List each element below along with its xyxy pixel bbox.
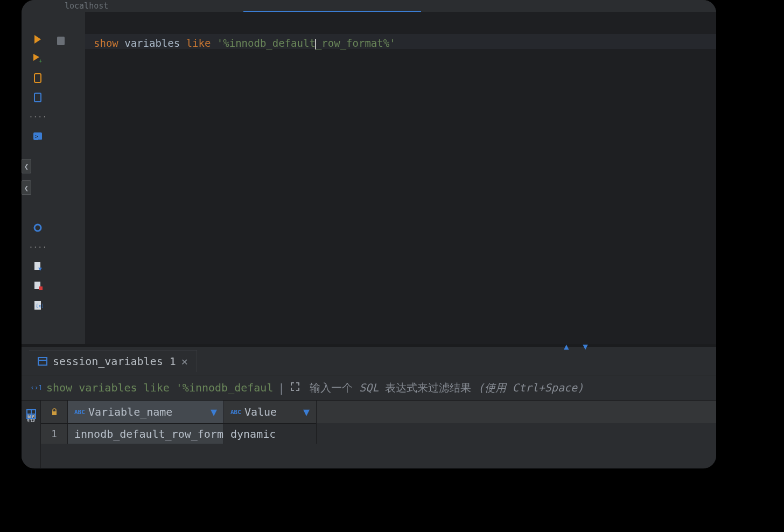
gear-icon[interactable] [32,222,44,234]
template-icon[interactable]: {x} [32,299,44,311]
data-grid: 网格 ABC Variable_name ▼ ABC Value [22,401,716,468]
grid-icon[interactable] [26,409,36,419]
main-area: + ···· >_ ···· {x} [22,12,716,344]
script-tx-icon[interactable] [32,92,44,103]
sql-script-icon[interactable]: ‹›T [30,383,41,393]
svg-text:>_: >_ [35,134,42,140]
collapse-left-panel[interactable]: ❮ [22,159,31,173]
type-abc-icon: ABC [74,409,85,416]
sort-desc-icon[interactable]: ▼ [211,405,217,418]
svg-rect-15 [38,358,47,365]
col-header-variable-name[interactable]: ABC Variable_name ▼ [68,401,224,423]
table-row[interactable]: 1 innodb_default_row_format dynamic [41,423,716,444]
col-header-label: Value [244,405,277,418]
expand-icon[interactable] [290,382,300,394]
editor-side-toolbar: + ···· >_ ···· {x} [22,12,54,344]
col-header-value[interactable]: ABC Value ▼ [224,401,317,423]
filter-separator: | [278,381,285,395]
sql-code-line[interactable]: show variables like '%innodb_default_row… [85,36,716,51]
more-icon[interactable]: ···· [32,111,44,123]
collapse-left-panel-2[interactable]: ❮ [22,180,31,195]
active-query-text[interactable]: show variables like '%innodb_default_r [46,381,272,394]
svg-rect-4 [34,93,41,102]
filter-input[interactable]: 输入一个 SQL 表达式来过滤结果 (使用 Ctrl+Space) [310,381,584,395]
result-tab-label: session_variables 1 [53,355,176,368]
run-new-icon[interactable]: + [32,53,44,65]
editor-tabs: localhost [22,0,716,12]
pane-resize-arrows: ▲ ▼ [564,341,592,352]
result-tab-session-variables[interactable]: session_variables 1 ✕ [29,350,197,372]
svg-text:‹›T: ‹›T [30,383,41,391]
result-tabs: session_variables 1 ✕ [22,347,716,375]
file-error-icon[interactable] [32,280,44,292]
pane-splitter[interactable]: ▲ ▼ [22,345,716,347]
close-icon[interactable]: ✕ [181,355,188,368]
results-panel: session_variables 1 ✕ ‹›T show variables… [22,347,716,468]
line-number-gutter [54,12,85,344]
ide-window: ❮ ❮ localhost + ···· >_ [22,0,716,468]
script-icon[interactable] [32,72,44,84]
result-filter-bar: ‹›T show variables like '%innodb_default… [22,375,716,401]
col-header-label: Variable_name [88,405,173,418]
row-number: 1 [41,423,68,444]
sql-editor[interactable]: show variables like '%innodb_default_row… [85,12,716,344]
svg-text:{x}: {x} [36,303,43,309]
more-icon-2[interactable]: ···· [32,241,44,253]
cell-value[interactable]: dynamic [224,423,317,444]
svg-rect-3 [34,74,41,82]
svg-rect-12 [39,286,43,290]
svg-point-8 [37,227,39,229]
svg-rect-21 [52,411,57,415]
grid-header: ABC Variable_name ▼ ABC Value ▼ [41,401,716,423]
svg-text:+: + [39,58,42,64]
type-abc-icon: ABC [230,409,241,416]
sort-desc-icon[interactable]: ▼ [303,405,310,418]
terminal-icon[interactable]: >_ [32,130,44,142]
table-icon [38,356,47,366]
cell-variable-name[interactable]: innodb_default_row_format [68,423,224,444]
tab-localhost[interactable]: localhost [65,1,108,11]
run-icon[interactable] [32,33,44,45]
svg-marker-0 [34,35,41,44]
grid-side-tabs: 网格 [22,401,41,468]
export-file-icon[interactable] [32,261,44,272]
lock-icon[interactable] [41,401,68,423]
